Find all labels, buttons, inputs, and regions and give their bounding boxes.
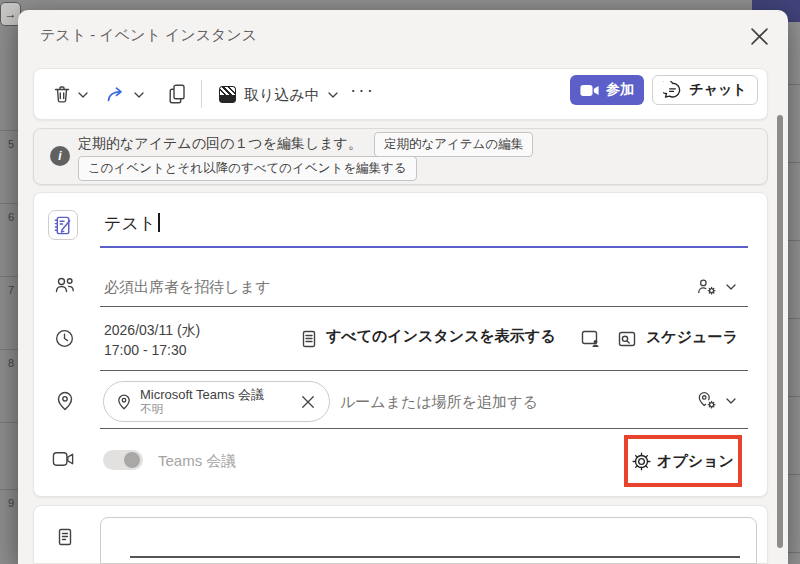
copy-button[interactable] <box>168 84 186 104</box>
gear-icon <box>632 452 651 471</box>
more-options-button[interactable]: ··· <box>350 79 375 101</box>
busy-menu-chevron[interactable] <box>328 92 338 98</box>
close-small-icon <box>301 395 315 409</box>
trash-icon <box>52 84 72 104</box>
banner-line: 定期的なアイテムの回の１つを編集します。 定期的なアイテムの編集 <box>78 132 533 156</box>
screen: 56789 → テスト - イベント インスタンス 取り込み中 <box>0 0 800 564</box>
hour-label: 5 <box>8 138 14 150</box>
calendar-gridline <box>786 318 800 319</box>
dialog-title: テスト - イベント インスタンス <box>40 26 257 45</box>
join-label: 参加 <box>606 81 634 99</box>
busy-icon <box>219 86 236 103</box>
time-text[interactable]: 17:00 - 17:30 <box>104 342 187 358</box>
location-chip[interactable]: Microsoft Teams 会議 不明 <box>103 381 330 422</box>
calendar-gridline <box>786 474 800 475</box>
chevron-down-icon <box>134 92 144 98</box>
chip-remove-button[interactable] <box>299 393 317 411</box>
delete-button[interactable] <box>52 84 72 104</box>
scrollbar-thumb[interactable] <box>777 115 783 548</box>
location-input[interactable]: ルームまたは場所を追加する <box>340 393 538 412</box>
attendees-input[interactable]: 必須出席者を招待します <box>104 278 270 297</box>
scheduler-icon[interactable] <box>617 330 637 348</box>
options-highlight-box: オプション <box>624 435 742 487</box>
chevron-down-icon <box>78 92 88 98</box>
close-icon <box>751 28 768 45</box>
text-cursor <box>158 213 160 232</box>
teams-meeting-toggle[interactable] <box>103 450 143 470</box>
teams-meeting-label: Teams 会議 <box>158 452 236 471</box>
clock-icon <box>54 328 75 349</box>
calendar-gridline <box>786 552 800 553</box>
title-underline <box>100 246 748 248</box>
attendees-options-icon[interactable] <box>696 277 718 297</box>
join-button[interactable]: 参加 <box>570 75 644 105</box>
calendar-gridline <box>0 276 18 277</box>
hour-label: 6 <box>8 211 14 223</box>
calendar-gridline <box>0 349 18 350</box>
title-field[interactable]: テスト <box>104 212 160 235</box>
forward-button[interactable] <box>106 87 128 102</box>
edit-this-and-following-button[interactable]: このイベントとそれ以降のすべてのイベントを編集する <box>78 156 417 181</box>
busy-status-label[interactable]: 取り込み中 <box>244 86 320 105</box>
calendar-gridline <box>0 422 18 423</box>
notes-underline <box>130 556 740 558</box>
scheduler-button[interactable]: スケジューラ <box>646 328 738 347</box>
hour-label: 7 <box>8 284 14 296</box>
info-icon: i <box>50 146 70 166</box>
arrow-right-icon: → <box>5 7 17 21</box>
copy-icon <box>168 84 186 104</box>
calendar-gridline <box>786 240 800 241</box>
location-options-icon[interactable] <box>696 390 718 411</box>
chip-pin-icon <box>116 393 132 411</box>
camera-icon <box>580 84 599 97</box>
busy-status-button[interactable] <box>219 86 236 103</box>
hour-label: 9 <box>8 497 14 509</box>
chevron-down-icon <box>726 398 736 404</box>
background-calendar-right <box>786 0 800 564</box>
response-options-icon[interactable] <box>580 329 602 348</box>
location-pin-icon <box>55 390 75 412</box>
close-button[interactable] <box>744 22 774 50</box>
background-calendar-left: 56789 <box>0 0 18 564</box>
location-chevron[interactable] <box>726 398 736 404</box>
chip-title: Microsoft Teams 会議 <box>140 387 291 402</box>
chat-label: チャット <box>689 81 746 99</box>
delete-menu-chevron[interactable] <box>78 92 88 98</box>
notebook-edit-icon <box>53 215 74 236</box>
chat-button[interactable]: チャット <box>652 75 758 105</box>
notes-icon <box>56 527 74 547</box>
banner-message: 定期的なアイテムの回の１つを編集します。 <box>78 135 362 153</box>
edit-series-button[interactable]: 定期的なアイテムの編集 <box>374 132 533 157</box>
calendar-gridline <box>786 396 800 397</box>
chevron-down-icon <box>726 284 736 290</box>
attendees-underline <box>100 306 748 307</box>
chip-texts: Microsoft Teams 会議 不明 <box>140 387 291 416</box>
options-button[interactable]: オプション <box>657 452 734 471</box>
location-underline <box>100 428 748 429</box>
forward-menu-chevron[interactable] <box>134 92 144 98</box>
datetime-underline <box>100 370 748 371</box>
chip-subtitle: 不明 <box>140 402 291 416</box>
calendar-gridline <box>0 489 18 490</box>
hour-label: 8 <box>8 357 14 369</box>
event-title-icon-box <box>48 210 78 240</box>
people-icon <box>54 276 76 294</box>
date-text[interactable]: 2026/03/11 (水) <box>104 322 200 340</box>
calendar-gridline <box>0 203 18 204</box>
camera-outline-icon <box>52 451 75 467</box>
chevron-down-icon <box>328 92 338 98</box>
title-value: テスト <box>104 214 156 233</box>
calendar-gridline <box>786 162 800 163</box>
forward-arrow-icon <box>106 87 128 102</box>
list-icon <box>300 329 318 349</box>
toggle-knob <box>124 452 140 468</box>
calendar-gridline <box>0 130 18 131</box>
calendar-gridline <box>786 84 800 85</box>
chat-icon <box>663 81 682 100</box>
show-all-instances-button[interactable]: すべてのインスタンスを表示する <box>326 327 556 346</box>
toolbar-divider <box>201 80 202 108</box>
attendees-chevron[interactable] <box>726 284 736 290</box>
